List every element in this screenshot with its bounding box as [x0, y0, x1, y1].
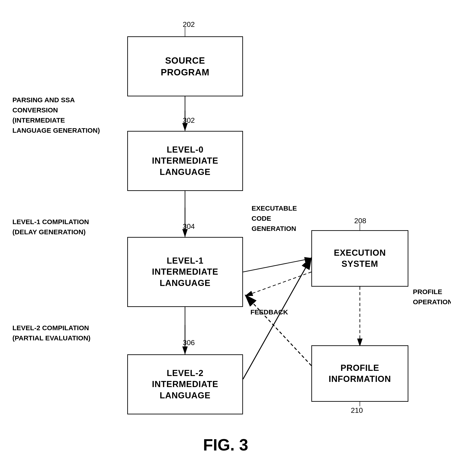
label-profile-op: PROFILEOPERATION: [413, 287, 451, 307]
level1-box: LEVEL-1 INTERMEDIATE LANGUAGE: [127, 237, 243, 307]
svg-line-9: [243, 258, 311, 379]
diagram-container: SOURCE PROGRAM LEVEL-0 INTERMEDIATE LANG…: [0, 0, 451, 463]
level2-box: LEVEL-2 INTERMEDIATE LANGUAGE: [127, 354, 243, 414]
level1-label: LEVEL-1 INTERMEDIATE LANGUAGE: [152, 255, 218, 289]
execution-system-box: EXECUTION SYSTEM: [311, 230, 408, 287]
level0-box: LEVEL-0 INTERMEDIATE LANGUAGE: [127, 131, 243, 191]
ref-202: 202: [183, 20, 195, 29]
svg-line-8: [243, 258, 311, 272]
source-program-box: SOURCE PROGRAM: [127, 36, 243, 96]
fig-label: FIG. 3: [181, 436, 271, 454]
ref-302: 302: [183, 116, 195, 125]
svg-line-10: [246, 272, 311, 296]
label-level2-comp: LEVEL-2 COMPILATION(PARTIAL EVALUATION): [13, 323, 90, 343]
label-exec-code: EXECUTABLECODEGENERATION: [251, 203, 297, 234]
level2-label: LEVEL-2 INTERMEDIATE LANGUAGE: [152, 368, 218, 401]
profile-information-label: PROFILE INFORMATION: [329, 362, 391, 385]
label-feedback: FEEDBACK: [251, 307, 288, 317]
ref-306: 306: [183, 339, 195, 347]
profile-information-box: PROFILE INFORMATION: [311, 345, 408, 402]
source-program-label: SOURCE PROGRAM: [161, 55, 210, 78]
level0-label: LEVEL-0 INTERMEDIATE LANGUAGE: [152, 144, 218, 178]
execution-system-label: EXECUTION SYSTEM: [334, 247, 386, 270]
ref-304: 304: [183, 222, 195, 231]
svg-line-11: [246, 296, 311, 366]
ref-210: 210: [351, 406, 363, 415]
label-level1-comp: LEVEL-1 COMPILATION(DELAY GENERATION): [13, 217, 89, 237]
label-parsing: PARSING AND SSACONVERSION(INTERMEDIATELA…: [13, 95, 100, 135]
ref-208: 208: [354, 217, 366, 225]
